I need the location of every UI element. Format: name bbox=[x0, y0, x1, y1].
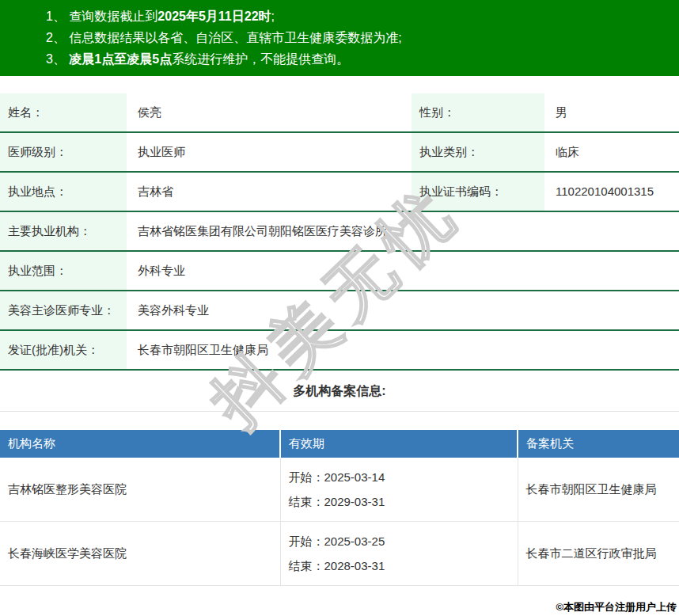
multi-institution-section-title: 多机构备案信息: bbox=[0, 383, 679, 400]
field-value-doctor-level: 执业医师 bbox=[127, 132, 412, 172]
field-label-practice-category: 执业类别： bbox=[412, 132, 544, 172]
notice-text: ; bbox=[271, 10, 275, 23]
validity-start: 开始：2025-03-14 bbox=[289, 465, 510, 489]
multi-institution-filing-table: 机构名称 有效期 备案机关 吉林铭医整形美容医院 开始：2025-03-14 结… bbox=[0, 430, 679, 586]
notice-line-3: 3、 凌晨1点至凌晨5点系统进行维护，不能提供查询。 bbox=[46, 48, 666, 70]
validity-end: 结束：2029-03-31 bbox=[289, 489, 510, 514]
field-label-gender: 性别： bbox=[412, 93, 544, 132]
practitioner-detail-table: 姓名： 侯亮 性别： 男 医师级别： 执业医师 执业类别： 临床 执业地点： 吉… bbox=[0, 93, 679, 371]
copyright-stamp: ©本图由平台注册用户上传 bbox=[556, 600, 677, 614]
filing-authority: 长春市二道区行政审批局 bbox=[518, 522, 679, 586]
field-value-practice-category: 临床 bbox=[544, 132, 679, 172]
institution-name: 长春海峡医学美容医院 bbox=[0, 522, 280, 586]
notice-text: 系统进行维护，不能提供查询。 bbox=[172, 52, 349, 66]
validity-start: 开始：2025-03-25 bbox=[289, 529, 510, 553]
field-label-cosmetic-specialty: 美容主诊医师专业： bbox=[0, 291, 127, 330]
validity-period: 开始：2025-03-14 结束：2029-03-31 bbox=[280, 458, 518, 522]
section-divider bbox=[0, 411, 679, 412]
table-row: 发证(批准)机关： 长春市朝阳区卫生健康局 bbox=[0, 330, 679, 370]
column-header-institution-name: 机构名称 bbox=[0, 430, 280, 458]
field-label-issuing-authority: 发证(批准)机关： bbox=[0, 330, 127, 370]
notice-line-1: 1、 查询数据截止到2025年5月11日22时; bbox=[46, 6, 666, 27]
notice-banner: 1、 查询数据截止到2025年5月11日22时; 2、 信息数据结果以各省、自治… bbox=[0, 0, 679, 76]
notice-text: 1、 查询数据截止到 bbox=[46, 10, 157, 23]
field-value-issuing-authority: 长春市朝阳区卫生健康局 bbox=[127, 330, 679, 370]
table-header-row: 机构名称 有效期 备案机关 bbox=[0, 430, 679, 458]
notice-text: 3、 bbox=[46, 52, 69, 66]
notice-text: 2、 信息数据结果以各省、自治区、直辖市卫生健康委数据为准; bbox=[46, 31, 402, 44]
validity-end: 结束：2028-03-31 bbox=[289, 553, 510, 578]
field-value-main-institution: 吉林省铭医集团有限公司朝阳铭医医疗美容诊所 bbox=[127, 211, 679, 251]
table-row: 执业范围： 外科专业 bbox=[0, 251, 679, 291]
table-row: 主要执业机构： 吉林省铭医集团有限公司朝阳铭医医疗美容诊所 bbox=[0, 211, 679, 251]
field-value-practice-scope: 外科专业 bbox=[127, 251, 679, 291]
validity-period: 开始：2025-03-25 结束：2028-03-31 bbox=[280, 522, 518, 586]
field-label-doctor-level: 医师级别： bbox=[0, 132, 127, 172]
table-row: 吉林铭医整形美容医院 开始：2025-03-14 结束：2029-03-31 长… bbox=[0, 458, 679, 522]
table-row: 医师级别： 执业医师 执业类别： 临床 bbox=[0, 132, 679, 172]
field-value-name: 侯亮 bbox=[127, 93, 412, 132]
field-value-practice-location: 吉林省 bbox=[127, 172, 412, 211]
field-value-gender: 男 bbox=[544, 93, 679, 132]
field-label-practice-scope: 执业范围： bbox=[0, 251, 127, 291]
filing-authority: 长春市朝阳区卫生健康局 bbox=[518, 458, 679, 522]
field-label-certificate-number: 执业证书编码： bbox=[412, 172, 544, 211]
table-row: 长春海峡医学美容医院 开始：2025-03-25 结束：2028-03-31 长… bbox=[0, 522, 679, 586]
notice-highlight: 凌晨1点至凌晨5点 bbox=[69, 52, 172, 66]
field-label-name: 姓名： bbox=[0, 93, 127, 132]
column-header-filing-authority: 备案机关 bbox=[518, 430, 679, 458]
field-label-main-institution: 主要执业机构： bbox=[0, 211, 127, 251]
notice-highlight: 2025年5月11日22时 bbox=[157, 10, 271, 23]
table-row: 执业地点： 吉林省 执业证书编码： 110220104001315 bbox=[0, 172, 679, 211]
field-label-practice-location: 执业地点： bbox=[0, 172, 127, 211]
field-value-cosmetic-specialty: 美容外科专业 bbox=[127, 291, 679, 330]
column-header-validity: 有效期 bbox=[280, 430, 518, 458]
institution-name: 吉林铭医整形美容医院 bbox=[0, 458, 280, 522]
notice-line-2: 2、 信息数据结果以各省、自治区、直辖市卫生健康委数据为准; bbox=[46, 27, 666, 48]
table-row: 姓名： 侯亮 性别： 男 bbox=[0, 93, 679, 132]
table-row: 美容主诊医师专业： 美容外科专业 bbox=[0, 291, 679, 330]
field-value-certificate-number: 110220104001315 bbox=[544, 172, 679, 211]
